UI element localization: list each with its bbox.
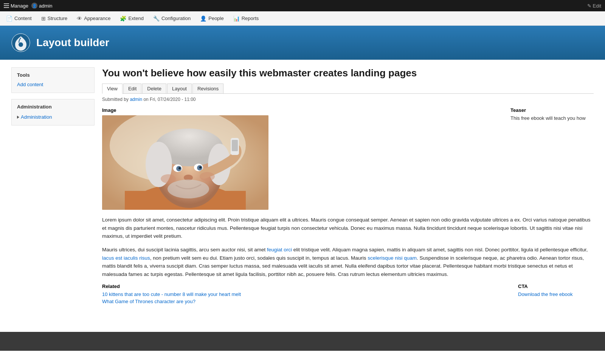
expand-triangle-icon — [17, 116, 19, 119]
menu-item-extend[interactable]: 🧩 Extend — [115, 11, 148, 25]
tools-heading: Tools — [17, 72, 89, 78]
svg-rect-21 — [232, 140, 238, 151]
submitted-date: on Fri, 07/24/2020 - 11:00 — [143, 97, 195, 102]
article-title: You won't believe how easily this webmas… — [102, 67, 594, 79]
menu-label-content: Content — [14, 15, 32, 21]
submitted-line: Submitted by admin on Fri, 07/24/2020 - … — [102, 97, 594, 102]
image-label: Image — [102, 107, 503, 113]
administration-expand: Administration — [17, 113, 89, 121]
menu-label-extend: Extend — [128, 15, 143, 21]
menu-label-appearance: Appearance — [84, 15, 110, 21]
body2-link1[interactable]: feugiat orci — [267, 247, 292, 252]
tools-section: Tools Add content — [11, 67, 95, 93]
related-block: Related 10 kittens that are too cute - n… — [102, 283, 510, 306]
reports-icon: 📊 — [233, 15, 240, 22]
menu-item-people[interactable]: 👤 People — [195, 11, 228, 25]
menu-item-content[interactable]: 📄 Content — [2, 11, 37, 25]
teaser-text: This free ebook will teach you how — [510, 115, 594, 121]
content-icon: 📄 — [6, 15, 12, 22]
related-label: Related — [102, 283, 510, 289]
teaser-block: Teaser This free ebook will teach you ho… — [510, 107, 594, 210]
administration-heading: Administration — [17, 104, 89, 110]
hamburger-icon — [4, 3, 9, 8]
configuration-icon: 🔧 — [153, 15, 160, 22]
manage-button[interactable]: Manage — [4, 3, 28, 9]
article-body-1: Lorem ipsum dolor sit amet, consectetur … — [102, 216, 594, 240]
menu-label-configuration: Configuration — [161, 15, 191, 21]
tab-view[interactable]: View — [102, 84, 123, 94]
svg-point-23 — [200, 172, 215, 181]
administration-section: Administration Administration — [11, 99, 95, 125]
svg-point-1 — [19, 42, 23, 47]
administration-link[interactable]: Administration — [21, 114, 52, 120]
sidebar: Tools Add content Administration Adminis… — [11, 67, 95, 317]
tab-revisions[interactable]: Revisions — [192, 84, 223, 93]
menu-label-people: People — [208, 15, 223, 21]
submitted-by-text: Submitted by — [102, 97, 129, 102]
page-title: Layout builder — [36, 37, 109, 49]
appearance-icon: 👁 — [77, 15, 82, 22]
drupal-logo — [11, 33, 30, 52]
main-layout: Tools Add content Administration Adminis… — [0, 60, 605, 324]
footer — [0, 332, 605, 351]
content-area: You won't believe how easily this webmas… — [102, 67, 594, 317]
menu-item-structure[interactable]: ⊞ Structure — [37, 11, 73, 25]
body2-before: Mauris ultrices, dui suscipit lacinia sa… — [102, 247, 267, 252]
cta-label: CTA — [518, 283, 594, 289]
cta-block: CTA Download the free ebook — [518, 283, 594, 306]
manage-label: Manage — [11, 3, 28, 9]
svg-point-22 — [161, 174, 176, 183]
menu-label-reports: Reports — [242, 15, 259, 21]
edit-label: Edit — [593, 3, 601, 9]
body2-link2[interactable]: lacus est iaculis risus — [102, 255, 150, 261]
tab-delete[interactable]: Delete — [142, 84, 166, 93]
menu-bar: 📄 Content ⊞ Structure 👁 Appearance 🧩 Ext… — [0, 11, 605, 26]
bottom-row: Related 10 kittens that are too cute - n… — [102, 283, 594, 306]
submitted-user-link[interactable]: admin — [130, 97, 142, 102]
body2-link3[interactable]: scelerisque nisi quam — [368, 255, 417, 261]
extend-icon: 🧩 — [120, 15, 126, 22]
menu-item-reports[interactable]: 📊 Reports — [229, 11, 264, 25]
svg-point-16 — [178, 167, 181, 169]
content-tabs: View Edit Delete Layout Revisions — [102, 84, 594, 94]
related-link-1[interactable]: 10 kittens that are too cute - number 8 … — [102, 291, 510, 297]
body2-between1: elit tristique velit. Aliquam magna sapi… — [292, 247, 588, 252]
related-link-2[interactable]: What Game of Thrones character are you? — [102, 299, 510, 304]
article-body-2: Mauris ultrices, dui suscipit lacinia sa… — [102, 246, 594, 278]
structure-icon: ⊞ — [41, 15, 46, 22]
page-header: Layout builder — [0, 26, 605, 60]
menu-label-structure: Structure — [48, 15, 68, 21]
tab-edit[interactable]: Edit — [123, 84, 141, 93]
edit-button[interactable]: Edit — [587, 3, 601, 9]
menu-item-configuration[interactable]: 🔧 Configuration — [149, 11, 195, 25]
menu-item-appearance[interactable]: 👁 Appearance — [72, 11, 115, 25]
image-teaser-row: Image — [102, 107, 594, 210]
svg-point-19 — [168, 180, 209, 198]
admin-toolbar: Manage 👤 admin Edit — [0, 0, 605, 11]
admin-user[interactable]: 👤 admin — [31, 3, 52, 9]
admin-username: admin — [39, 3, 52, 9]
pencil-icon — [587, 3, 591, 9]
teaser-label: Teaser — [510, 107, 594, 113]
svg-point-17 — [199, 166, 202, 169]
tab-layout[interactable]: Layout — [167, 84, 192, 93]
cta-link[interactable]: Download the free ebook — [518, 291, 594, 297]
body2-between2: , non pretium velit sem eu dui. Etiam ju… — [150, 255, 368, 261]
add-content-link[interactable]: Add content — [17, 82, 89, 87]
image-block: Image — [102, 107, 503, 210]
article-image — [102, 115, 268, 210]
user-icon: 👤 — [31, 3, 37, 9]
people-icon: 👤 — [200, 15, 206, 22]
